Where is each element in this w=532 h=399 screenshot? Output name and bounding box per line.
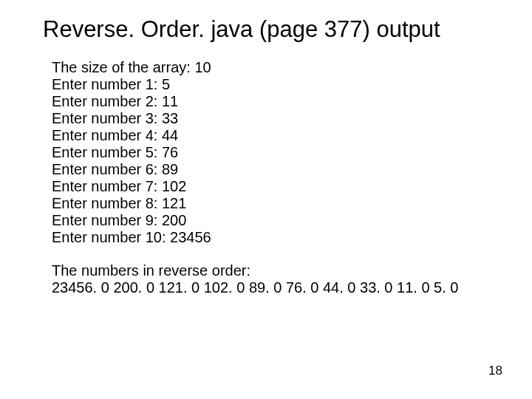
entry-line: Enter number 5: 76 — [52, 144, 502, 161]
entry-line: Enter number 6: 89 — [52, 161, 502, 178]
slide-title: Reverse. Order. java (page 377) output — [43, 16, 440, 43]
entry-line: Enter number 10: 23456 — [52, 229, 502, 246]
entry-line: Enter number 9: 200 — [52, 212, 502, 229]
slide-body: The size of the array: 10 Enter number 1… — [52, 59, 502, 296]
array-size-line: The size of the array: 10 — [52, 59, 502, 76]
slide: Reverse. Order. java (page 377) output T… — [0, 0, 532, 399]
page-number: 18 — [488, 364, 502, 378]
entry-line: Enter number 8: 121 — [52, 195, 502, 212]
entry-line: Enter number 2: 11 — [52, 93, 502, 110]
entry-line: Enter number 3: 33 — [52, 110, 502, 127]
entry-line: Enter number 1: 5 — [52, 76, 502, 93]
entry-line: Enter number 4: 44 — [52, 127, 502, 144]
spacer — [52, 246, 502, 262]
entry-line: Enter number 7: 102 — [52, 178, 502, 195]
reverse-order-numbers: 23456. 0 200. 0 121. 0 102. 0 89. 0 76. … — [52, 279, 502, 296]
reverse-order-label: The numbers in reverse order: — [52, 262, 502, 279]
